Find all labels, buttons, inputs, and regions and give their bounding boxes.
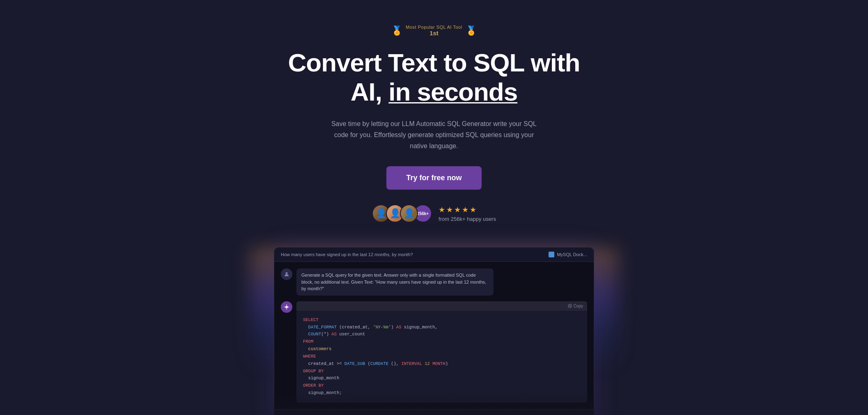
demo-wrapper: How many users have signed up in the las… [274, 247, 594, 415]
ai-message-row: Copy SELECT DATE_FORMAT (created_at, '%Y… [281, 301, 587, 403]
db-icon [549, 252, 554, 257]
award-text: Most Popular SQL AI Tool 1st [406, 25, 462, 37]
code-block: SELECT DATE_FORMAT (created_at, '%Y-%m')… [296, 311, 587, 403]
laurel-left-icon: 🏅 [391, 26, 402, 35]
demo-titlebar: How many users have signed up in the las… [274, 248, 594, 262]
hero-title: Convert Text to SQL with AI, in seconds [288, 48, 580, 107]
star-3: ★ [454, 205, 461, 214]
demo-chat-area: Generate a SQL query for the given text.… [274, 262, 594, 409]
star-rating: ★ ★ ★ ★ ★ [439, 205, 496, 214]
rating-info: ★ ★ ★ ★ ★ from 256k+ happy users [439, 205, 496, 222]
page-wrapper: 🏅 Most Popular SQL AI Tool 1st 🏅 Convert… [0, 0, 868, 415]
award-rank: 1st [429, 30, 439, 37]
user-message-row: Generate a SQL query for the given text.… [281, 268, 587, 296]
demo-fade [274, 392, 594, 415]
hero-title-line2: AI, [351, 78, 388, 106]
user-avatar-icon [281, 268, 292, 280]
code-block-header: Copy [296, 301, 587, 311]
svg-rect-10 [569, 304, 572, 307]
award-label: Most Popular SQL AI Tool [406, 25, 462, 30]
avatar-group: 256k+ [372, 204, 432, 222]
hero-section: 🏅 Most Popular SQL AI Tool 1st 🏅 Convert… [280, 0, 588, 239]
star-4: ★ [462, 205, 468, 214]
rating-text: from 256k+ happy users [439, 216, 496, 222]
demo-db-badge: MySQL Dock... [549, 252, 587, 257]
cta-button[interactable]: Try for free now [386, 166, 481, 190]
ai-message-content: Copy SELECT DATE_FORMAT (created_at, '%Y… [296, 301, 587, 403]
star-5: ★ [470, 205, 476, 214]
svg-rect-2 [550, 256, 553, 256]
hero-subtitle: Save time by letting our LLM Automatic S… [327, 118, 541, 152]
star-2: ★ [446, 205, 453, 214]
copy-label: Copy [574, 304, 583, 308]
demo-container: How many users have signed up in the las… [274, 247, 594, 415]
hero-title-highlight: in seconds [388, 78, 517, 106]
svg-point-4 [285, 306, 288, 308]
hero-title-line1: Convert Text to SQL with [288, 48, 580, 77]
star-1: ★ [439, 205, 445, 214]
copy-button[interactable]: Copy [568, 304, 583, 308]
laurel-right-icon: 🏅 [466, 26, 477, 35]
svg-point-3 [286, 272, 288, 274]
demo-section: How many users have signed up in the las… [0, 239, 868, 415]
svg-rect-9 [568, 305, 571, 308]
ai-avatar-icon [281, 301, 292, 313]
social-proof: 256k+ ★ ★ ★ ★ ★ from 256k+ happy users [372, 204, 496, 222]
demo-db-label: MySQL Dock... [557, 252, 587, 257]
svg-rect-0 [550, 253, 553, 254]
award-badge: 🏅 Most Popular SQL AI Tool 1st 🏅 [391, 25, 476, 37]
demo-query-text: How many users have signed up in the las… [281, 252, 413, 257]
svg-rect-1 [550, 255, 553, 255]
avatar-3 [400, 204, 418, 222]
user-message-bubble: Generate a SQL query for the given text.… [296, 268, 494, 296]
